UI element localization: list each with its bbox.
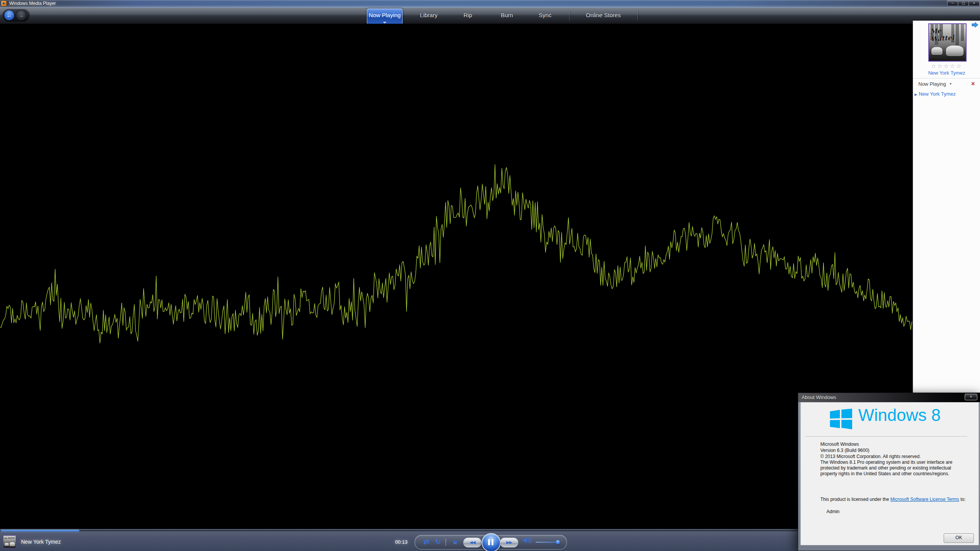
windows-flag-icon — [830, 409, 853, 429]
dialog-close-button[interactable]: × — [965, 394, 977, 400]
dialog-titlebar[interactable]: About Windows × — [798, 393, 980, 402]
window-title: Windows Media Player — [9, 1, 56, 6]
pause-button[interactable] — [482, 533, 501, 551]
about-line: Version 6.3 (Build 9600) — [820, 448, 869, 453]
previous-button[interactable]: ◀◀ — [463, 538, 482, 548]
back-button[interactable]: ← — [4, 10, 14, 20]
tab-online-stores[interactable]: Online Stores — [583, 8, 624, 24]
tab-burn[interactable]: Burn — [498, 8, 516, 24]
tab-divider — [637, 11, 638, 21]
close-button[interactable]: × — [969, 0, 980, 6]
seek-progress — [1, 530, 79, 531]
panel-divider — [913, 78, 980, 78]
wmp-app-icon — [1, 1, 7, 6]
elapsed-time: 00:13 — [395, 539, 408, 545]
now-playing-visualization — [0, 24, 913, 529]
tab-now-playing[interactable]: Now Playing — [367, 8, 403, 24]
repeat-button[interactable]: ↻ — [433, 535, 443, 549]
stop-button[interactable]: ■ — [450, 535, 460, 549]
playlist-item[interactable]: ▶New York Tymez — [915, 91, 956, 97]
now-playing-indicator-icon: ▶ — [915, 93, 917, 96]
switch-to-library-icon[interactable] — [972, 22, 978, 28]
nav-button-group: ← → — [2, 9, 30, 22]
album-art: Me Wattel — [928, 23, 967, 62]
album-art-title: Me Wattel — [930, 25, 965, 43]
pause-icon — [488, 539, 490, 545]
about-line: © 2013 Microsoft Corporation. All rights… — [820, 454, 921, 460]
current-track-title: New York Tymez — [21, 539, 61, 545]
next-button[interactable]: ▶▶ — [500, 538, 518, 548]
titlebar[interactable]: Windows Media Player – ▢ × — [0, 0, 980, 8]
minimize-button[interactable]: – — [947, 0, 958, 6]
tab-sync[interactable]: Sync — [536, 8, 554, 24]
close-list-icon[interactable]: × — [971, 80, 975, 87]
rating-stars[interactable]: ☆☆☆☆☆ — [913, 63, 980, 70]
chevron-down-icon: ▼ — [949, 82, 952, 86]
track-thumbnail: Me Wattel — [3, 535, 16, 548]
license-terms-link[interactable]: Microsoft Software License Terms — [890, 497, 959, 502]
licensee-name: Admin — [826, 509, 840, 514]
dialog-separator — [805, 436, 967, 437]
playlist-dropdown-label: Now Playing — [918, 81, 946, 87]
restore-button[interactable]: ▢ — [958, 0, 969, 6]
thumb-art-title: Me Wattel — [4, 536, 15, 540]
license-text: This product is licensed under the Micro… — [820, 497, 967, 502]
volume-knob[interactable] — [555, 540, 560, 544]
playlist-dropdown[interactable]: Now Playing▼ — [918, 81, 952, 87]
playlist-item-label: New York Tymez — [919, 91, 956, 97]
license-suffix: to: — [959, 497, 966, 502]
transport-controls: ⇄ ↻ ■ ◀◀ ▶▶ — [415, 535, 567, 549]
waveform-scope — [0, 24, 913, 529]
windows8-logo-text: Windows 8 — [858, 406, 941, 425]
tab-label: Now Playing — [369, 12, 400, 18]
tab-library[interactable]: Library — [417, 8, 441, 24]
ok-button[interactable]: OK — [944, 533, 974, 543]
dialog-body: Windows 8 Microsoft Windows Version 6.3 … — [800, 402, 979, 545]
about-windows-dialog: About Windows × Windows 8 Microsoft Wind… — [798, 393, 980, 551]
about-line: Microsoft Windows — [820, 442, 859, 447]
license-prefix: This product is licensed under the — [820, 497, 890, 502]
pause-icon — [492, 539, 493, 545]
forward-button[interactable]: → — [16, 10, 26, 20]
about-paragraph: The Windows 8.1 Pro operating system and… — [820, 460, 966, 477]
tab-divider — [569, 11, 570, 21]
volume-slider[interactable] — [536, 542, 560, 543]
dialog-title: About Windows — [802, 395, 836, 400]
track-link[interactable]: New York Tymez — [913, 70, 980, 76]
mute-button[interactable] — [521, 535, 533, 549]
shuffle-button[interactable]: ⇄ — [421, 535, 432, 549]
speaker-icon — [523, 537, 532, 544]
tab-rip[interactable]: Rip — [461, 8, 475, 24]
controls-divider — [446, 538, 446, 546]
toolbar: ← → Now Playing Library Rip Burn Sync On… — [0, 8, 980, 24]
chevron-down-icon — [383, 22, 387, 23]
